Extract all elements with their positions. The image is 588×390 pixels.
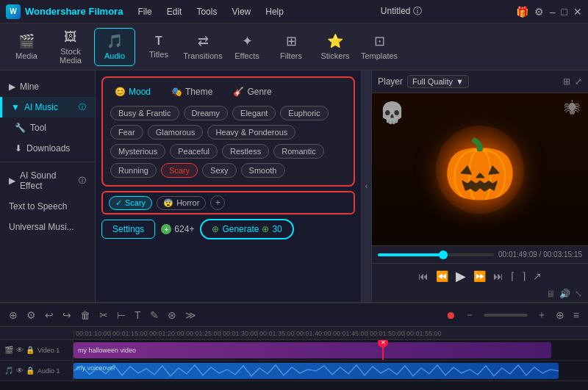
- grid-icon[interactable]: ⊞: [563, 76, 570, 87]
- timeline-scrubber[interactable]: [378, 253, 494, 256]
- audio-track-content[interactable]: my voiceover: [74, 361, 588, 380]
- stickers-button[interactable]: ⭐ Stickers: [315, 28, 356, 66]
- settings-button[interactable]: Settings: [101, 220, 155, 239]
- mark-out-icon[interactable]: ⌉: [522, 270, 526, 282]
- skip-forward-icon[interactable]: ⏭: [493, 270, 503, 282]
- play-button[interactable]: ▶: [456, 268, 466, 284]
- tab-genre[interactable]: 🎸 Genre: [229, 85, 276, 98]
- transitions-button[interactable]: ⇄ Transitions: [182, 28, 223, 66]
- tl-zoom-in-icon[interactable]: ＋: [534, 307, 550, 323]
- panel-item-tts[interactable]: Text to Speech: [0, 196, 95, 217]
- video-lock-icon[interactable]: 🔒: [26, 346, 35, 354]
- fullscreen-icon[interactable]: ⤡: [575, 289, 582, 299]
- menu-help[interactable]: Help: [262, 5, 287, 18]
- tag-peaceful[interactable]: Peaceful: [170, 144, 218, 159]
- player-quality-selector[interactable]: Full Quality ▼: [407, 75, 469, 88]
- tag-mysterious[interactable]: Mysterious: [110, 144, 165, 159]
- tl-settings-icon[interactable]: ⚙: [24, 308, 39, 322]
- downloads-icon: ⬇: [15, 143, 22, 154]
- tag-scary[interactable]: Scary: [161, 163, 198, 178]
- tl-list-icon[interactable]: ≡: [570, 308, 582, 322]
- tag-glamorous[interactable]: Glamorous: [148, 125, 204, 140]
- tag-running[interactable]: Running: [110, 163, 157, 178]
- stock-media-button[interactable]: 🖼 Stock Media: [50, 28, 91, 66]
- settings-icon[interactable]: ⚙: [534, 6, 544, 18]
- tl-add-track-icon[interactable]: ⊕: [6, 308, 21, 322]
- tag-elegant[interactable]: Elegant: [232, 106, 276, 120]
- tl-zoom-out-icon[interactable]: －: [462, 307, 478, 323]
- effects-button[interactable]: ✦ Effects: [226, 28, 268, 66]
- video-clip[interactable]: my halloween video: [74, 342, 551, 358]
- menu-file[interactable]: File: [135, 5, 154, 18]
- tl-undo-icon[interactable]: ↩: [42, 308, 57, 322]
- panel-item-ai-sound[interactable]: ▶ AI Sound Effect ⓘ: [0, 165, 95, 196]
- timeline-ruler: 00:01:10:00 00:01:15:00 00:01:20:00 00:0…: [0, 327, 588, 340]
- tag-busy[interactable]: Busy & Frantic: [110, 106, 179, 120]
- tl-zoom-bar[interactable]: [484, 314, 528, 317]
- tag-heavy[interactable]: Heavy & Ponderous: [207, 125, 295, 140]
- maximize-icon[interactable]: □: [562, 6, 567, 18]
- audio-lock-icon[interactable]: 🔒: [26, 366, 35, 375]
- step-forward-icon[interactable]: ⏩: [473, 270, 486, 282]
- panel-item-downloads[interactable]: ⬇ Downloads: [0, 138, 95, 159]
- scary-active-tag[interactable]: ✓ Scary: [109, 196, 152, 210]
- mark-in-icon[interactable]: ⌈: [511, 270, 514, 282]
- extract-icon[interactable]: ↗: [533, 270, 542, 282]
- panel-item-universal[interactable]: Universal Musi...: [0, 217, 95, 237]
- panel-item-ai-music[interactable]: ▼ AI Music ⓘ: [0, 97, 95, 118]
- tl-delete-icon[interactable]: 🗑: [77, 308, 93, 322]
- tag-dreamy[interactable]: Dreamy: [184, 106, 229, 120]
- tag-smooth[interactable]: Smooth: [241, 163, 285, 178]
- scary-check-icon: ✓: [115, 198, 122, 208]
- tl-text-icon[interactable]: T: [132, 308, 144, 322]
- expand-icon[interactable]: ⤢: [575, 76, 582, 87]
- timeline-thumb[interactable]: [439, 250, 448, 259]
- tl-redo-icon[interactable]: ↪: [60, 308, 74, 322]
- generate-button[interactable]: ⊕ Generate ⊕ 30: [200, 219, 293, 239]
- menu-tools[interactable]: Tools: [193, 5, 220, 18]
- stickers-label: Stickers: [320, 51, 349, 60]
- media-button[interactable]: 🎬 Media: [6, 28, 47, 66]
- audio-button[interactable]: 🎵 Audio: [94, 28, 135, 66]
- filters-button[interactable]: ⊞ Filters: [270, 28, 312, 66]
- minimize-icon[interactable]: –: [550, 6, 556, 18]
- tl-draw-icon[interactable]: ✎: [147, 308, 162, 322]
- tl-mask-icon[interactable]: ⊛: [165, 308, 179, 322]
- player-progress-bar[interactable]: 00:01:49:09 / 00:03:15:15: [372, 245, 588, 263]
- gift-icon[interactable]: 🎁: [516, 6, 528, 18]
- tag-sexy[interactable]: Sexy: [202, 163, 236, 178]
- tl-trim-icon[interactable]: ⊢: [114, 308, 129, 322]
- tl-add-icon[interactable]: ⊕: [553, 308, 567, 322]
- tts-label: Text to Speech: [9, 201, 67, 212]
- mood-tags: Busy & Frantic Dreamy Elegant Euphoric F…: [110, 106, 346, 178]
- panel-item-tool[interactable]: 🔧 Tool: [0, 118, 95, 138]
- titles-button[interactable]: T Titles: [138, 28, 179, 66]
- close-icon[interactable]: ✕: [573, 6, 582, 18]
- tab-mood[interactable]: 😊 Mood: [110, 85, 155, 98]
- horror-tag[interactable]: 😨 Horror: [157, 196, 206, 210]
- generate-cost-icon: ⊕: [262, 224, 269, 234]
- tl-split-icon[interactable]: ✂: [96, 308, 111, 322]
- audio-clip[interactable]: my voiceover: [74, 363, 559, 379]
- panel-item-mine[interactable]: ▶ Mine: [0, 76, 95, 97]
- menu-view[interactable]: View: [229, 5, 254, 18]
- add-tag-button[interactable]: +: [210, 195, 225, 210]
- tl-record-icon[interactable]: ⏺: [442, 308, 459, 322]
- tl-more-icon[interactable]: ≫: [182, 308, 199, 322]
- tab-theme[interactable]: 🎭 Theme: [167, 85, 217, 98]
- tag-restless[interactable]: Restless: [222, 144, 269, 159]
- tag-euphoric[interactable]: Euphoric: [280, 106, 328, 120]
- volume-icon[interactable]: 🔊: [559, 289, 570, 299]
- video-eye-icon[interactable]: 👁: [16, 346, 24, 354]
- menu-edit[interactable]: Edit: [164, 5, 185, 18]
- tag-romantic[interactable]: Romantic: [273, 144, 323, 159]
- skip-back-icon[interactable]: ⏮: [418, 270, 429, 282]
- tag-fear[interactable]: Fear: [110, 125, 143, 140]
- ruler-mark-0: 00:01:10:00: [74, 330, 110, 337]
- templates-button[interactable]: ⊡ Templates: [359, 28, 400, 66]
- step-back-icon[interactable]: ⏪: [436, 270, 448, 282]
- panel-collapse-button[interactable]: ‹: [361, 71, 371, 302]
- video-track-content[interactable]: my halloween video ✕: [74, 340, 588, 360]
- audio-eye-icon[interactable]: 👁: [16, 366, 24, 375]
- screen-icon[interactable]: 🖥: [546, 289, 555, 299]
